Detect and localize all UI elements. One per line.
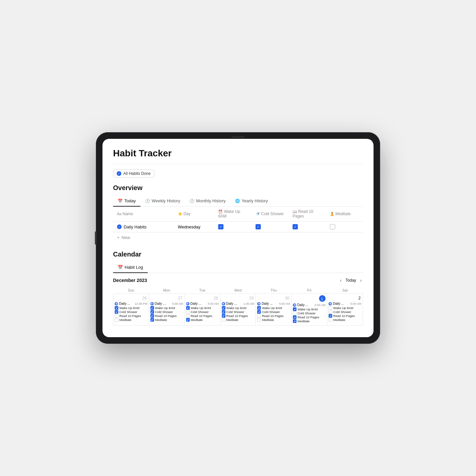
cal-entry-6: Daily ...5:00 AMWake Up 8AMCold ShowerRe… [329,302,361,322]
col-coldshower: 🚿Cold Shower [252,207,289,221]
cal-habit-label-4-3: Meditate [262,318,274,322]
cal-habit-5-0[interactable]: Wake Up 8AM [293,307,326,311]
cal-habit-label-1-2: Read 10 Pages [155,314,177,318]
entry-circle-icon-4 [257,302,260,305]
cal-habit-6-1[interactable]: Cold Shower [329,310,361,314]
row-coldshower-cell[interactable]: ✓ [252,221,289,232]
cal-habit-label-6-0: Wake Up 8AM [333,306,353,310]
tab-monthly[interactable]: 🕐 Monthly History [185,196,230,207]
cal-habit-label-1-1: Cold Shower [155,310,173,314]
cal-habit-1-0[interactable]: Wake Up 8AM [150,306,183,310]
cal-habit-2-2[interactable]: Read 10 Pages [186,314,219,318]
tab-yearly[interactable]: 🌐 Yearly History [230,196,273,207]
cal-habit-2-0[interactable]: Wake Up 8AM [186,306,219,310]
cal-habit-3-3[interactable]: Meditate [222,318,255,322]
tab-habit-log[interactable]: 📅 Habit Log [113,262,148,273]
cal-habit-1-3[interactable]: Meditate [150,318,183,322]
cal-day-28[interactable]: 28Daily ...5:00 AMWake Up 8AMCold Shower… [184,294,220,326]
cal-habit-3-2[interactable]: Read 10 Pages [222,314,255,318]
row-readpages-cell[interactable]: ✓ [289,221,326,232]
cal-habit-6-0[interactable]: Wake Up 8AM [329,306,361,310]
badge-label: All Habits Done [123,171,151,176]
entry-circle-icon-0 [115,302,118,305]
calendar-section: Calendar 📅 Habit Log December 2023 ‹ Tod… [113,251,363,326]
cal-checkbox-empty-6-3 [329,318,332,322]
cal-habit-4-1[interactable]: Cold Shower [257,310,290,314]
cal-day-2[interactable]: 2Daily ...5:00 AMWake Up 8AMCold ShowerR… [327,294,363,326]
cal-habit-6-3[interactable]: Meditate [329,318,361,322]
cal-prev-button[interactable]: ‹ [339,277,343,284]
coldshower-checkbox[interactable]: ✓ [256,224,261,229]
today-tab-icon: 📅 [118,199,123,203]
row-name-label: Daily Habits [124,224,146,229]
yearly-tab-icon: 🌐 [235,199,240,203]
cal-habit-label-5-1: Cold Shower [298,311,315,315]
cal-habit-4-2[interactable]: Read 10 Pages [257,314,290,318]
calendar-month-title: December 2023 [113,278,147,283]
row-wakeup-cell[interactable]: ✓ [214,221,251,232]
cal-habit-0-2[interactable]: Read 10 Pages [115,314,147,318]
cal-habit-0-0[interactable]: Wake Up 8AM [115,306,147,310]
tab-weekly[interactable]: 🕐 Weekly History [140,196,185,207]
cal-next-button[interactable]: › [359,277,363,284]
col-day: ☀️Day [174,207,215,221]
new-icon: + [117,235,120,240]
entry-circle-icon-3 [222,302,225,305]
row-meditate-cell[interactable] [326,221,363,232]
cal-habit-5-2[interactable]: Read 10 Pages [293,315,326,319]
table-header-row: AaName ☀️Day ⏰Wake Up 8AM 🚿Cold Shower 📖… [113,207,363,221]
cal-checkbox-empty-2-2 [186,314,190,318]
cal-habit-0-3[interactable]: Meditate [115,318,147,322]
cal-habit-5-3[interactable]: Meditate [293,319,326,323]
meditate-checkbox[interactable] [330,224,335,229]
cal-day-29[interactable]: 29Daily ...1:36 AMWake Up 8AMCold Shower… [220,294,256,326]
cal-habit-1-1[interactable]: Cold Shower [150,310,183,314]
cal-entry-2: Daily ...5:00 AMWake Up 8AMCold ShowerRe… [186,302,219,322]
cal-habit-3-0[interactable]: Wake Up 8AM [222,306,255,310]
cal-checkbox-checked-1-0 [150,306,154,310]
entry-title-6: Daily ... [333,302,344,305]
cal-day-1[interactable]: 1Daily ...5:00 AMWake Up 8AMCold ShowerR… [292,294,327,326]
cal-habit-1-2[interactable]: Read 10 Pages [150,314,183,318]
cal-habit-4-3[interactable]: Meditate [257,318,290,322]
cal-entry-5: Daily ...5:00 AMWake Up 8AMCold ShowerRe… [293,303,326,323]
cal-checkbox-empty-4-2 [257,314,261,318]
weekly-tab-label: Weekly History [152,198,180,203]
wakeup-checkbox[interactable]: ✓ [218,224,223,229]
cal-checkbox-empty-0-3 [115,318,118,322]
cal-habit-label-0-0: Wake Up 8AM [119,306,139,310]
cal-habit-label-4-0: Wake Up 8AM [262,306,282,310]
cal-habit-label-6-1: Cold Shower [333,310,351,314]
cal-habit-label-3-2: Read 10 Pages [226,314,248,318]
cal-th-mon: Mon [149,287,184,294]
cal-day-26[interactable]: 26Daily ...12:48 PMWake Up 8AMCold Showe… [113,294,149,326]
page-title: Habit Tracker [113,148,363,159]
all-habits-badge[interactable]: ✓ All Habits Done [113,170,154,178]
cal-habit-2-1[interactable]: Cold Shower [186,310,219,314]
content-area: Habit Tracker ✓ All Habits Done Overview… [102,139,374,336]
row-name-cell: ✓ Daily Habits [113,221,174,232]
cal-habit-4-0[interactable]: Wake Up 8AM [257,306,290,310]
cal-habit-3-1[interactable]: Cold Shower [222,310,255,314]
readpages-checkbox[interactable]: ✓ [293,224,298,229]
new-row-button[interactable]: + New [113,232,363,243]
cal-th-sat: Sat [327,287,363,294]
cal-entry-0: Daily ...12:48 PMWake Up 8AMCold ShowerR… [115,302,147,322]
col-name: AaName [113,207,174,221]
cal-checkbox-empty-3-3 [222,318,225,322]
tab-today[interactable]: 📅 Today [113,196,140,207]
cal-th-sun: Sun [113,287,149,294]
cal-checkbox-empty-6-1 [329,310,332,314]
cal-habit-label-4-2: Read 10 Pages [262,314,284,318]
cal-habit-2-3[interactable]: Meditate [186,318,219,322]
cal-habit-label-3-3: Meditate [226,318,238,322]
cal-habit-label-6-3: Meditate [333,318,345,322]
cal-day-30[interactable]: 30Daily ...5:00 AMWake Up 8AMCold Shower… [256,294,292,326]
habit-log-tab-icon: 📅 [118,265,123,270]
cal-habit-0-1[interactable]: Cold Shower [115,310,147,314]
cal-day-27[interactable]: 27Daily ...5:00 AMWake Up 8AMCold Shower… [149,294,184,326]
cal-habit-6-2[interactable]: Read 10 Pages [329,314,361,318]
monthly-tab-icon: 🕐 [189,199,194,203]
cal-today-button[interactable]: Today [345,278,356,283]
cal-habit-5-1[interactable]: Cold Shower [293,311,326,315]
